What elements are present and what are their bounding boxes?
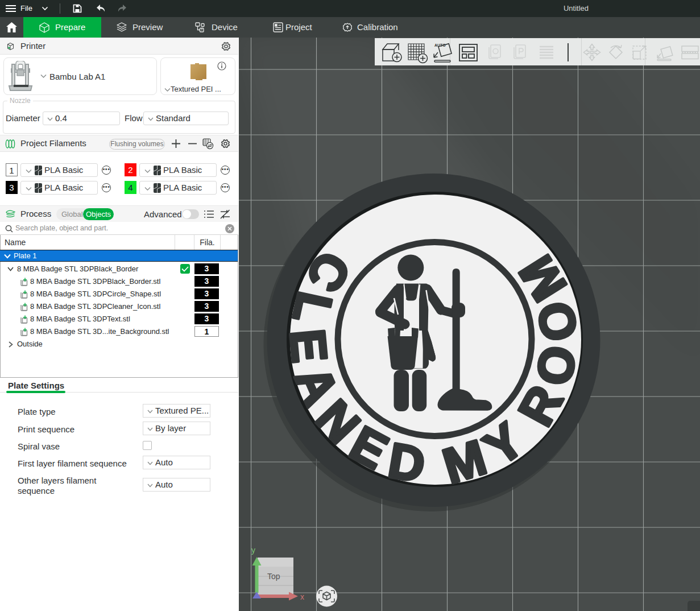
svg-text:Top: Top xyxy=(267,572,280,581)
svg-text:x: x xyxy=(300,592,304,601)
svg-text:y: y xyxy=(251,546,255,555)
